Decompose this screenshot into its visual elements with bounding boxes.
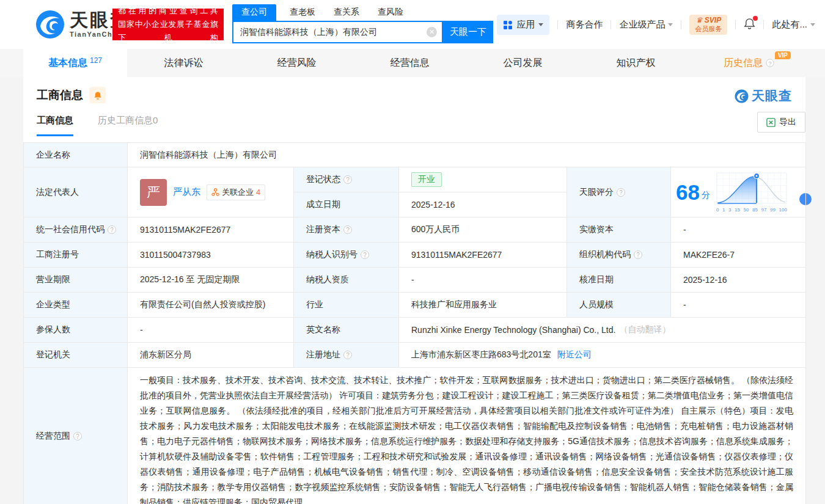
reg-status-value: 开业 (399, 167, 567, 192)
field-label: 工商注册号 (24, 243, 128, 268)
business-coop-link[interactable]: 商务合作 (566, 19, 603, 31)
establish-date-value: 2025-12-16 (399, 192, 567, 217)
help-icon[interactable]: ? (361, 250, 369, 259)
search-area: 查公司 查老板 查关系 查风险 天眼一下 ✕ (232, 4, 493, 43)
company-name-value: 润智信科能源科技（上海）有限公司 (128, 143, 806, 167)
enterprise-product-label: 企业级产品 (619, 19, 665, 31)
tab-basic-info[interactable]: 基本信息 127 (23, 49, 127, 77)
search-tab-company[interactable]: 查公司 (232, 4, 276, 21)
org-chart-icon (211, 188, 219, 196)
field-label: 参保人数 (24, 318, 128, 343)
help-icon[interactable]: ? (343, 351, 352, 359)
score-unit: 分 (702, 190, 710, 201)
tianyancha-watermark-icon (735, 89, 749, 103)
field-label: 核准日期 (567, 268, 671, 293)
legal-rep-cell: 严 严从东 关联企业 4 (128, 167, 294, 217)
taxpayer-quality-value: - (399, 268, 567, 293)
chevron-down-icon (538, 23, 543, 26)
field-label: 经营范围? (24, 368, 128, 504)
approval-date-value: 2025-12-16 (671, 268, 806, 293)
svip-crown-icon: ♛ SVIP (695, 16, 722, 24)
reg-number-value: 310115004737983 (128, 243, 294, 268)
search-tab-risk[interactable]: 查风险 (378, 7, 403, 21)
subtab-business-info[interactable]: 工商信息 (37, 115, 73, 136)
tab-operation-risk[interactable]: 经营风险 (240, 49, 353, 77)
field-label: 天眼评分? (567, 167, 671, 217)
field-label: 实缴资本 (567, 217, 671, 243)
field-label: 营业期限 (24, 268, 128, 293)
field-label: 英文名称 (294, 318, 399, 343)
chevron-down-icon (810, 23, 815, 26)
section-title: 工商信息 (37, 87, 83, 103)
legal-rep-name-link[interactable]: 严从东 (173, 186, 200, 198)
field-label: 组织机构代码? (567, 243, 671, 268)
org-code-value: MAK2FE26-7 (671, 243, 806, 268)
apps-menu[interactable]: 应用 (497, 15, 549, 35)
divider (763, 20, 764, 29)
score-distribution-chart: 0131550859799100 (716, 172, 787, 213)
search-tab-relation[interactable]: 查关系 (334, 7, 359, 21)
help-icon[interactable]: ? (634, 250, 642, 259)
export-button[interactable]: 导出 (757, 112, 805, 133)
english-name-value: Runzhi Xinke Energy Technology (Shanghai… (399, 318, 806, 343)
svip-member-button[interactable]: ♛ SVIP 会员服务 (689, 15, 727, 35)
bell-icon (94, 91, 102, 100)
tianyancha-logo-icon (35, 10, 65, 39)
user-account-label: 此处有... (772, 19, 807, 31)
field-label: 行业 (294, 293, 399, 318)
divider (681, 20, 681, 29)
credit-code-value: 91310115MAK2FE2677 (128, 217, 294, 243)
field-label: 登记状态? (294, 167, 399, 192)
search-tab-boss[interactable]: 查老板 (290, 7, 315, 21)
help-icon[interactable]: ? (617, 188, 625, 197)
field-label: 纳税人资质 (294, 268, 399, 293)
user-account-menu[interactable]: 此处有... (772, 19, 815, 31)
search-input[interactable] (232, 21, 443, 43)
tianyan-score-cell[interactable]: 68 分 (671, 167, 806, 217)
industry-value: 科技推广和应用服务业 (399, 293, 567, 318)
help-icon[interactable]: ? (343, 175, 352, 184)
related-companies-badge[interactable]: 关联企业 4 (207, 184, 265, 200)
field-label: 法定代表人 (24, 167, 128, 217)
business-scope-value: 一般项目：技术服务、技术开发、技术咨询、技术交流、技术转让、技术推广；软件开发；… (128, 368, 806, 504)
taxpayer-id-value: 91310115MAK2FE2677 (399, 243, 567, 268)
nearby-companies-link[interactable]: 附近公司 (557, 349, 592, 360)
auto-translate-note: （自动翻译） (619, 324, 670, 335)
search-button[interactable]: 天眼一下 (443, 21, 493, 43)
clear-search-icon[interactable]: ✕ (427, 27, 437, 37)
notification-bell[interactable] (744, 18, 755, 32)
field-label: 企业类型 (24, 293, 128, 318)
tab-operation-info[interactable]: 经营信息 (353, 49, 466, 77)
business-info-card: 工商信息 天眼查 工商信息 历史工商信息0 导出 企业名称 润智信科能源科技（上… (23, 77, 805, 504)
divider (557, 20, 558, 29)
related-companies-label: 关联企业 (222, 187, 254, 198)
notification-red-dot (753, 16, 758, 21)
divider (735, 20, 736, 29)
help-icon[interactable]: ? (108, 225, 116, 234)
reg-authority-value: 浦东新区分局 (128, 343, 294, 368)
tab-intellectual-property[interactable]: 知识产权 (579, 49, 692, 77)
help-icon[interactable]: ? (73, 432, 82, 440)
help-icon[interactable]: ? (343, 225, 352, 234)
paid-capital-value: - (671, 217, 806, 243)
field-label: 登记机关 (24, 343, 128, 368)
field-label: 企业名称 (24, 143, 128, 167)
field-label: 注册地址? (294, 343, 399, 368)
enterprise-product-menu[interactable]: 企业级产品 (619, 19, 673, 31)
field-label: 成立日期 (294, 192, 399, 217)
legal-rep-avatar[interactable]: 严 (140, 179, 167, 206)
tab-company-development[interactable]: 公司发展 (466, 49, 579, 77)
apps-grid-icon (503, 20, 513, 30)
tab-legal-litigation[interactable]: 法律诉讼 (127, 49, 240, 77)
tianyancha-watermark: 天眼查 (735, 87, 792, 104)
excel-icon (766, 118, 776, 127)
monitor-bell-button[interactable] (89, 87, 106, 103)
help-icon[interactable]: ? (766, 59, 774, 67)
score-axis-ticks: 0131550859799100 (716, 207, 787, 213)
watermark-text: 天眼查 (752, 87, 792, 104)
subtab-history-business-info[interactable]: 历史工商信息0 (98, 115, 158, 136)
field-label: 注册资本? (294, 217, 399, 243)
tab-history-info[interactable]: 历史信息 ? VIP (692, 49, 805, 77)
status-badge: 开业 (411, 172, 442, 187)
field-label: 统一社会信用代码? (24, 217, 128, 243)
